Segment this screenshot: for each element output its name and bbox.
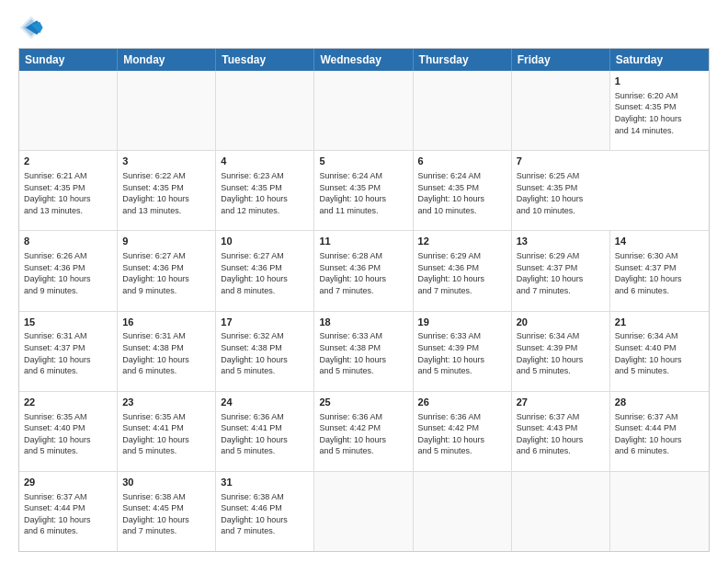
cal-cell-0-1 <box>118 71 216 150</box>
day-number: 11 <box>319 235 407 248</box>
day-info: Sunrise: 6:23 AM Sunset: 4:35 PM Dayligh… <box>221 170 309 216</box>
header-day-friday: Friday <box>512 49 610 71</box>
day-info: Sunrise: 6:30 AM Sunset: 4:37 PM Dayligh… <box>615 250 704 296</box>
day-number: 9 <box>122 235 210 248</box>
cal-cell-2-0: 8Sunrise: 6:26 AM Sunset: 4:36 PM Daylig… <box>19 231 118 310</box>
header-day-sunday: Sunday <box>19 49 118 71</box>
page: SundayMondayTuesdayWednesdayThursdayFrid… <box>0 0 728 563</box>
cal-cell-5-6 <box>610 472 709 551</box>
day-info: Sunrise: 6:24 AM Sunset: 4:35 PM Dayligh… <box>319 170 407 216</box>
cal-cell-1-2: 4Sunrise: 6:23 AM Sunset: 4:35 PM Daylig… <box>216 151 314 230</box>
header <box>18 15 710 40</box>
calendar-week-3: 15Sunrise: 6:31 AM Sunset: 4:37 PM Dayli… <box>19 312 709 392</box>
header-day-thursday: Thursday <box>414 49 512 71</box>
calendar-week-5: 29Sunrise: 6:37 AM Sunset: 4:44 PM Dayli… <box>19 472 709 551</box>
cal-cell-5-1: 30Sunrise: 6:38 AM Sunset: 4:45 PM Dayli… <box>118 472 216 551</box>
calendar-week-4: 22Sunrise: 6:35 AM Sunset: 4:40 PM Dayli… <box>19 392 709 472</box>
day-info: Sunrise: 6:37 AM Sunset: 4:44 PM Dayligh… <box>615 411 704 457</box>
day-number: 2 <box>24 155 112 168</box>
cal-cell-2-1: 9Sunrise: 6:27 AM Sunset: 4:36 PM Daylig… <box>118 231 216 310</box>
day-info: Sunrise: 6:36 AM Sunset: 4:42 PM Dayligh… <box>418 411 506 457</box>
logo <box>18 15 48 40</box>
day-number: 21 <box>615 316 704 329</box>
day-number: 10 <box>221 235 309 248</box>
day-number: 4 <box>221 155 309 168</box>
day-info: Sunrise: 6:24 AM Sunset: 4:35 PM Dayligh… <box>418 170 506 216</box>
day-info: Sunrise: 6:37 AM Sunset: 4:43 PM Dayligh… <box>517 411 605 457</box>
cal-cell-2-2: 10Sunrise: 6:27 AM Sunset: 4:36 PM Dayli… <box>216 231 314 310</box>
cal-cell-3-0: 15Sunrise: 6:31 AM Sunset: 4:37 PM Dayli… <box>19 312 118 391</box>
cal-cell-3-3: 18Sunrise: 6:33 AM Sunset: 4:38 PM Dayli… <box>314 312 413 391</box>
cal-cell-2-6: 14Sunrise: 6:30 AM Sunset: 4:37 PM Dayli… <box>610 231 709 310</box>
day-number: 26 <box>418 396 506 409</box>
calendar-week-0: 1Sunrise: 6:20 AM Sunset: 4:35 PM Daylig… <box>19 71 709 151</box>
day-number: 16 <box>122 316 210 329</box>
day-number: 24 <box>221 396 309 409</box>
day-number: 17 <box>221 316 309 329</box>
cal-cell-4-1: 23Sunrise: 6:35 AM Sunset: 4:41 PM Dayli… <box>118 392 216 471</box>
day-info: Sunrise: 6:28 AM Sunset: 4:36 PM Dayligh… <box>319 250 407 296</box>
day-info: Sunrise: 6:32 AM Sunset: 4:38 PM Dayligh… <box>221 330 309 376</box>
header-day-saturday: Saturday <box>610 49 709 71</box>
day-info: Sunrise: 6:34 AM Sunset: 4:40 PM Dayligh… <box>615 330 704 376</box>
day-info: Sunrise: 6:21 AM Sunset: 4:35 PM Dayligh… <box>24 170 112 216</box>
day-number: 3 <box>122 155 210 168</box>
cal-cell-5-5 <box>512 472 610 551</box>
day-info: Sunrise: 6:25 AM Sunset: 4:35 PM Dayligh… <box>517 170 606 216</box>
calendar-week-1: 2Sunrise: 6:21 AM Sunset: 4:35 PM Daylig… <box>19 151 709 231</box>
day-info: Sunrise: 6:20 AM Sunset: 4:35 PM Dayligh… <box>615 90 704 136</box>
cal-cell-5-4 <box>414 472 512 551</box>
cal-cell-0-5 <box>512 71 610 150</box>
cal-cell-5-3 <box>314 472 413 551</box>
day-number: 22 <box>24 396 112 409</box>
cal-cell-3-6: 21Sunrise: 6:34 AM Sunset: 4:40 PM Dayli… <box>610 312 709 391</box>
day-info: Sunrise: 6:34 AM Sunset: 4:39 PM Dayligh… <box>517 330 605 376</box>
cal-cell-3-2: 17Sunrise: 6:32 AM Sunset: 4:38 PM Dayli… <box>216 312 314 391</box>
cal-cell-4-3: 25Sunrise: 6:36 AM Sunset: 4:42 PM Dayli… <box>314 392 413 471</box>
day-number: 15 <box>24 316 112 329</box>
day-number: 30 <box>122 476 210 489</box>
cal-cell-4-0: 22Sunrise: 6:35 AM Sunset: 4:40 PM Dayli… <box>19 392 118 471</box>
day-info: Sunrise: 6:36 AM Sunset: 4:42 PM Dayligh… <box>319 411 407 457</box>
cal-cell-0-0 <box>19 71 118 150</box>
cal-cell-5-2: 31Sunrise: 6:38 AM Sunset: 4:46 PM Dayli… <box>216 472 314 551</box>
day-info: Sunrise: 6:33 AM Sunset: 4:39 PM Dayligh… <box>418 330 506 376</box>
day-info: Sunrise: 6:33 AM Sunset: 4:38 PM Dayligh… <box>319 330 407 376</box>
header-day-monday: Monday <box>118 49 216 71</box>
cal-cell-0-4 <box>414 71 512 150</box>
calendar-header: SundayMondayTuesdayWednesdayThursdayFrid… <box>19 49 709 71</box>
day-number: 14 <box>615 235 704 248</box>
day-number: 6 <box>418 155 506 168</box>
logo-icon <box>18 15 44 40</box>
day-number: 1 <box>615 75 704 88</box>
day-number: 7 <box>517 155 606 168</box>
cal-cell-2-4: 12Sunrise: 6:29 AM Sunset: 4:36 PM Dayli… <box>414 231 512 310</box>
calendar-body: 1Sunrise: 6:20 AM Sunset: 4:35 PM Daylig… <box>19 71 709 551</box>
day-number: 23 <box>122 396 210 409</box>
day-info: Sunrise: 6:29 AM Sunset: 4:36 PM Dayligh… <box>418 250 506 296</box>
cal-cell-3-1: 16Sunrise: 6:31 AM Sunset: 4:38 PM Dayli… <box>118 312 216 391</box>
day-info: Sunrise: 6:31 AM Sunset: 4:37 PM Dayligh… <box>24 330 112 376</box>
day-info: Sunrise: 6:38 AM Sunset: 4:46 PM Dayligh… <box>221 491 309 537</box>
cal-cell-5-0: 29Sunrise: 6:37 AM Sunset: 4:44 PM Dayli… <box>19 472 118 551</box>
day-info: Sunrise: 6:35 AM Sunset: 4:40 PM Dayligh… <box>24 411 112 457</box>
cal-cell-1-0: 2Sunrise: 6:21 AM Sunset: 4:35 PM Daylig… <box>19 151 118 230</box>
day-number: 19 <box>418 316 506 329</box>
day-info: Sunrise: 6:36 AM Sunset: 4:41 PM Dayligh… <box>221 411 309 457</box>
day-info: Sunrise: 6:31 AM Sunset: 4:38 PM Dayligh… <box>122 330 210 376</box>
cal-cell-2-5: 13Sunrise: 6:29 AM Sunset: 4:37 PM Dayli… <box>512 231 610 310</box>
header-day-wednesday: Wednesday <box>314 49 413 71</box>
cal-cell-2-3: 11Sunrise: 6:28 AM Sunset: 4:36 PM Dayli… <box>314 231 413 310</box>
day-number: 12 <box>418 235 506 248</box>
day-number: 13 <box>517 235 605 248</box>
cal-cell-4-5: 27Sunrise: 6:37 AM Sunset: 4:43 PM Dayli… <box>512 392 610 471</box>
cal-cell-0-2 <box>216 71 314 150</box>
cal-cell-4-4: 26Sunrise: 6:36 AM Sunset: 4:42 PM Dayli… <box>414 392 512 471</box>
day-number: 5 <box>319 155 407 168</box>
header-day-tuesday: Tuesday <box>216 49 314 71</box>
day-number: 27 <box>517 396 605 409</box>
cal-cell-1-3: 5Sunrise: 6:24 AM Sunset: 4:35 PM Daylig… <box>314 151 413 230</box>
day-number: 25 <box>319 396 407 409</box>
day-info: Sunrise: 6:27 AM Sunset: 4:36 PM Dayligh… <box>122 250 210 296</box>
cal-cell-1-4: 6Sunrise: 6:24 AM Sunset: 4:35 PM Daylig… <box>414 151 512 230</box>
